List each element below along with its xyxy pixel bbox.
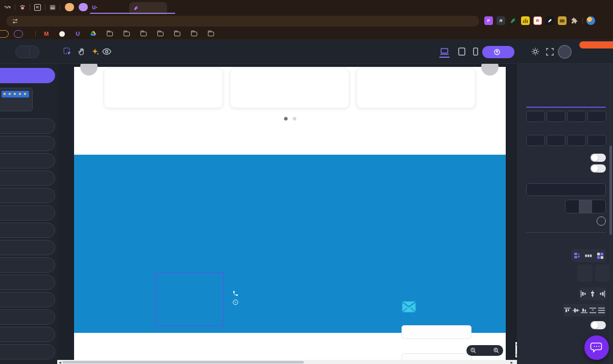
scrollbar-thumb[interactable] [609, 145, 612, 235]
carousel-prev-button[interactable] [80, 64, 98, 76]
sidebar-item[interactable] [0, 136, 55, 151]
image-extension-icon[interactable] [50, 5, 56, 10]
paw-extension-icon[interactable] [19, 5, 26, 10]
canvas-zoom-control[interactable] [466, 345, 503, 356]
theme-light-button[interactable] [530, 46, 540, 57]
margin-right-input[interactable] [587, 135, 606, 146]
extension-folder-yellow-icon[interactable] [558, 16, 567, 25]
extension-bird-green-icon[interactable] [509, 16, 517, 25]
tab-uitask[interactable]: u• [88, 0, 125, 14]
align-right-icon[interactable] [599, 290, 605, 297]
sidebar-item-active[interactable] [0, 68, 55, 83]
sidebar-item[interactable] [0, 205, 55, 221]
bookmark-doc-uitec[interactable]: U [76, 31, 82, 37]
magic-ai-tool-button[interactable] [90, 46, 100, 57]
gap-increase-button[interactable] [592, 200, 605, 213]
sidebar-item[interactable] [0, 118, 55, 134]
align-center-horizontal-icon[interactable] [590, 290, 596, 297]
store-page-preview[interactable] [74, 67, 506, 360]
margin-top-input[interactable] [567, 135, 586, 146]
extensions-puzzle-icon[interactable] [570, 16, 579, 25]
ic-extension-icon[interactable]: IC [34, 4, 41, 11]
window-maximize-button[interactable] [582, 0, 598, 14]
sidebar-item[interactable] [0, 153, 55, 168]
name-input[interactable] [402, 325, 471, 339]
align-space-between-icon[interactable] [590, 307, 596, 313]
support-chat-button[interactable] [584, 335, 609, 360]
align-top-icon[interactable] [564, 307, 571, 313]
sidebar-item[interactable] [0, 327, 55, 342]
scroll-right-arrow[interactable]: ▶ [510, 360, 513, 364]
bookmark-adobe-2022[interactable] [90, 31, 99, 36]
scrollbar-thumb[interactable] [62, 361, 304, 363]
orientation-grid-icon[interactable] [597, 252, 604, 259]
padding-right-input[interactable] [587, 111, 606, 122]
extension-ft-icon[interactable]: ft [497, 16, 505, 25]
bookmark-folder-documentacao[interactable] [191, 32, 200, 36]
margin-bottom-input[interactable] [526, 135, 545, 146]
zoom-out-icon[interactable] [470, 348, 476, 353]
bookmark-folder-bancos[interactable] [174, 32, 183, 36]
align-middle-icon[interactable] [573, 307, 579, 313]
sidebar-item[interactable] [0, 171, 55, 186]
bookmark-folder-homologacao[interactable] [107, 32, 115, 36]
align-bottom-icon[interactable] [581, 307, 587, 313]
add-element-button[interactable] [114, 46, 125, 57]
orientation-horizontal-icon[interactable] [585, 253, 592, 258]
sidebar-widget-thumbnail[interactable] [0, 88, 33, 111]
device-mobile-button[interactable] [470, 46, 481, 57]
extension-chart-icon[interactable] [521, 16, 530, 25]
device-tablet-button[interactable] [457, 46, 467, 57]
browser-profile-avatar[interactable] [586, 16, 595, 25]
carousel-next-button[interactable] [481, 64, 499, 76]
device-desktop-button[interactable] [439, 46, 450, 58]
scroll-left-arrow[interactable]: ◀ [59, 360, 61, 364]
sidebar-item[interactable] [0, 188, 55, 203]
canvas-horizontal-scrollbar[interactable]: ◀ ▶ [57, 360, 517, 364]
review-card[interactable] [356, 68, 476, 108]
home-page-selector[interactable] [15, 45, 39, 58]
align-stretch-icon[interactable] [598, 307, 605, 313]
padding-bottom-input[interactable] [526, 111, 545, 122]
select-tool-button[interactable] [62, 46, 73, 57]
sidebar-item[interactable] [0, 344, 55, 359]
panel-scrollbar[interactable] [609, 64, 612, 364]
sidebar-item[interactable] [0, 275, 55, 290]
gap-decrease-button[interactable] [565, 200, 579, 213]
extension-eyedropper-icon[interactable] [546, 16, 554, 25]
stretch-vertical-button[interactable] [595, 264, 610, 282]
shadow-toggle[interactable] [591, 164, 606, 173]
sidebar-item[interactable] [0, 292, 55, 307]
bookmark-folder-ferramentas[interactable] [157, 32, 166, 36]
publish-button[interactable] [482, 46, 514, 58]
store-footer[interactable] [74, 155, 506, 333]
margin-left-input[interactable] [547, 135, 565, 146]
bookmark-github[interactable] [59, 31, 67, 37]
tab-group-concorrentes[interactable] [65, 3, 74, 11]
radius-select[interactable] [526, 183, 606, 196]
sidebar-item[interactable] [0, 309, 55, 325]
wave-extension-icon[interactable] [4, 5, 11, 10]
background-color-swatch[interactable] [597, 216, 606, 226]
window-minimize-button[interactable] [567, 0, 582, 14]
bookmark-folder-estudar[interactable] [208, 32, 217, 36]
sidebar-item[interactable] [0, 257, 55, 273]
padding-left-input[interactable] [547, 111, 565, 122]
sidebar-item[interactable] [0, 240, 55, 255]
orientation-vertical-icon[interactable] [573, 252, 580, 259]
selected-group-outline[interactable] [156, 272, 224, 326]
tab-group-uishop[interactable] [79, 3, 88, 11]
border-toggle[interactable] [591, 154, 606, 162]
carousel-dot-active[interactable] [284, 117, 288, 120]
zoom-in-icon[interactable] [493, 348, 499, 353]
bookmark-gmail[interactable]: M [44, 31, 51, 37]
align-left-icon[interactable] [580, 290, 586, 297]
animation-toggle[interactable] [591, 321, 606, 329]
window-close-button[interactable] [598, 0, 613, 14]
stretch-horizontal-button[interactable] [577, 264, 593, 282]
canvas-viewport[interactable] [57, 64, 517, 360]
preview-eye-button[interactable] [102, 46, 112, 57]
user-avatar[interactable] [558, 45, 572, 59]
extension-purple-icon[interactable]: P [484, 16, 493, 25]
sidebar-item[interactable] [0, 223, 55, 238]
